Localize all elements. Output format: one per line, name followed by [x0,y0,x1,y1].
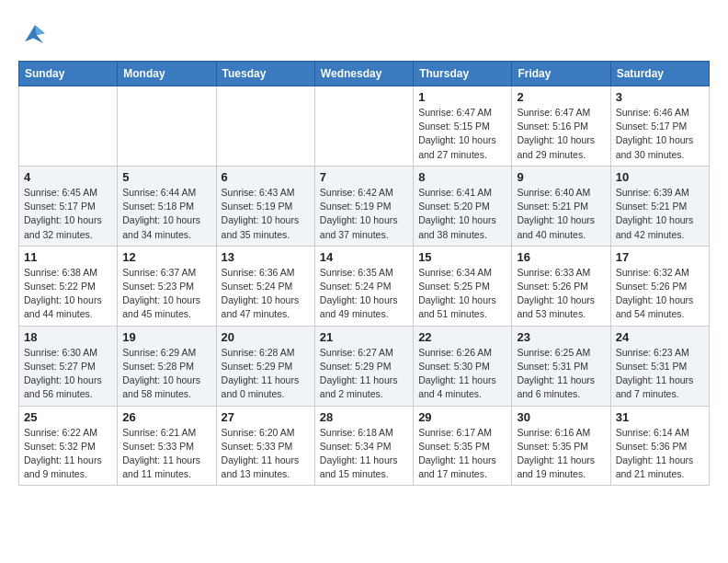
calendar-cell: 31Sunrise: 6:14 AM Sunset: 5:36 PM Dayli… [610,406,709,486]
day-header-sunday: Sunday [19,62,118,86]
calendar-cell: 30Sunrise: 6:16 AM Sunset: 5:35 PM Dayli… [512,406,610,486]
calendar-cell: 11Sunrise: 6:38 AM Sunset: 5:22 PM Dayli… [19,246,118,326]
calendar-cell: 5Sunrise: 6:44 AM Sunset: 5:18 PM Daylig… [118,166,216,246]
calendar-cell [19,86,118,167]
day-info: Sunrise: 6:42 AM Sunset: 5:19 PM Dayligh… [320,186,408,242]
day-info: Sunrise: 6:28 AM Sunset: 5:29 PM Dayligh… [222,346,310,402]
svg-marker-1 [35,25,45,35]
day-info: Sunrise: 6:43 AM Sunset: 5:19 PM Dayligh… [222,186,310,242]
day-info: Sunrise: 6:35 AM Sunset: 5:24 PM Dayligh… [320,266,408,322]
calendar-cell: 17Sunrise: 6:32 AM Sunset: 5:26 PM Dayli… [610,246,709,326]
logo-icon [18,18,51,52]
day-info: Sunrise: 6:14 AM Sunset: 5:36 PM Dayligh… [616,426,704,482]
calendar-cell: 2Sunrise: 6:47 AM Sunset: 5:16 PM Daylig… [512,86,610,167]
page-header [18,18,710,52]
calendar-cell: 27Sunrise: 6:20 AM Sunset: 5:33 PM Dayli… [216,406,314,486]
calendar-cell: 14Sunrise: 6:35 AM Sunset: 5:24 PM Dayli… [314,246,413,326]
day-header-tuesday: Tuesday [216,62,314,86]
calendar-cell: 20Sunrise: 6:28 AM Sunset: 5:29 PM Dayli… [216,326,314,406]
week-row-2: 4Sunrise: 6:45 AM Sunset: 5:17 PM Daylig… [19,166,710,246]
calendar-cell: 7Sunrise: 6:42 AM Sunset: 5:19 PM Daylig… [314,166,413,246]
calendar-cell: 15Sunrise: 6:34 AM Sunset: 5:25 PM Dayli… [414,246,512,326]
day-number: 18 [24,330,112,344]
day-info: Sunrise: 6:30 AM Sunset: 5:27 PM Dayligh… [24,346,112,402]
calendar-cell: 4Sunrise: 6:45 AM Sunset: 5:17 PM Daylig… [19,166,118,246]
calendar-cell: 18Sunrise: 6:30 AM Sunset: 5:27 PM Dayli… [19,326,118,406]
day-number: 25 [24,410,112,424]
day-info: Sunrise: 6:40 AM Sunset: 5:21 PM Dayligh… [517,186,605,242]
day-number: 21 [320,330,408,344]
day-header-monday: Monday [118,62,216,86]
day-info: Sunrise: 6:18 AM Sunset: 5:34 PM Dayligh… [320,426,408,482]
calendar-cell: 24Sunrise: 6:23 AM Sunset: 5:31 PM Dayli… [610,326,709,406]
calendar-cell: 26Sunrise: 6:21 AM Sunset: 5:33 PM Dayli… [118,406,216,486]
day-info: Sunrise: 6:23 AM Sunset: 5:31 PM Dayligh… [616,346,704,402]
day-number: 19 [122,330,210,344]
day-info: Sunrise: 6:34 AM Sunset: 5:25 PM Dayligh… [418,266,506,322]
day-number: 31 [616,410,704,424]
day-info: Sunrise: 6:44 AM Sunset: 5:18 PM Dayligh… [122,186,210,242]
day-number: 11 [24,250,112,264]
day-info: Sunrise: 6:25 AM Sunset: 5:31 PM Dayligh… [517,346,605,402]
day-number: 6 [222,170,310,184]
calendar-cell: 22Sunrise: 6:26 AM Sunset: 5:30 PM Dayli… [414,326,512,406]
calendar-header-row: SundayMondayTuesdayWednesdayThursdayFrid… [19,62,710,86]
day-info: Sunrise: 6:36 AM Sunset: 5:24 PM Dayligh… [222,266,310,322]
calendar-table: SundayMondayTuesdayWednesdayThursdayFrid… [18,61,710,486]
day-info: Sunrise: 6:29 AM Sunset: 5:28 PM Dayligh… [122,346,210,402]
day-info: Sunrise: 6:27 AM Sunset: 5:29 PM Dayligh… [320,346,408,402]
day-info: Sunrise: 6:32 AM Sunset: 5:26 PM Dayligh… [616,266,704,322]
day-number: 10 [616,170,704,184]
calendar-cell: 13Sunrise: 6:36 AM Sunset: 5:24 PM Dayli… [216,246,314,326]
calendar-cell: 23Sunrise: 6:25 AM Sunset: 5:31 PM Dayli… [512,326,610,406]
day-header-saturday: Saturday [610,62,709,86]
day-number: 9 [517,170,605,184]
day-info: Sunrise: 6:39 AM Sunset: 5:21 PM Dayligh… [616,186,704,242]
day-info: Sunrise: 6:37 AM Sunset: 5:23 PM Dayligh… [122,266,210,322]
day-number: 29 [418,410,506,424]
day-number: 30 [517,410,605,424]
day-number: 2 [517,90,605,104]
day-number: 23 [517,330,605,344]
calendar-cell [216,86,314,167]
day-info: Sunrise: 6:47 AM Sunset: 5:16 PM Dayligh… [517,106,605,162]
calendar-cell: 21Sunrise: 6:27 AM Sunset: 5:29 PM Dayli… [314,326,413,406]
calendar-cell: 3Sunrise: 6:46 AM Sunset: 5:17 PM Daylig… [610,86,709,167]
week-row-1: 1Sunrise: 6:47 AM Sunset: 5:15 PM Daylig… [19,86,710,167]
calendar-cell: 6Sunrise: 6:43 AM Sunset: 5:19 PM Daylig… [216,166,314,246]
day-info: Sunrise: 6:22 AM Sunset: 5:32 PM Dayligh… [24,426,112,482]
calendar-cell: 19Sunrise: 6:29 AM Sunset: 5:28 PM Dayli… [118,326,216,406]
calendar-cell: 29Sunrise: 6:17 AM Sunset: 5:35 PM Dayli… [414,406,512,486]
day-info: Sunrise: 6:46 AM Sunset: 5:17 PM Dayligh… [616,106,704,162]
day-number: 26 [122,410,210,424]
day-info: Sunrise: 6:26 AM Sunset: 5:30 PM Dayligh… [418,346,506,402]
calendar-cell: 16Sunrise: 6:33 AM Sunset: 5:26 PM Dayli… [512,246,610,326]
day-number: 8 [418,170,506,184]
day-number: 4 [24,170,112,184]
calendar-cell: 10Sunrise: 6:39 AM Sunset: 5:21 PM Dayli… [610,166,709,246]
calendar-cell: 8Sunrise: 6:41 AM Sunset: 5:20 PM Daylig… [414,166,512,246]
day-number: 13 [222,250,310,264]
day-number: 14 [320,250,408,264]
day-info: Sunrise: 6:20 AM Sunset: 5:33 PM Dayligh… [222,426,310,482]
day-number: 1 [418,90,506,104]
calendar-cell [314,86,413,167]
day-info: Sunrise: 6:17 AM Sunset: 5:35 PM Dayligh… [418,426,506,482]
day-header-thursday: Thursday [414,62,512,86]
svg-marker-0 [25,25,45,43]
day-header-friday: Friday [512,62,610,86]
day-info: Sunrise: 6:38 AM Sunset: 5:22 PM Dayligh… [24,266,112,322]
week-row-3: 11Sunrise: 6:38 AM Sunset: 5:22 PM Dayli… [19,246,710,326]
day-number: 17 [616,250,704,264]
day-number: 7 [320,170,408,184]
day-number: 20 [222,330,310,344]
calendar-cell: 12Sunrise: 6:37 AM Sunset: 5:23 PM Dayli… [118,246,216,326]
week-row-5: 25Sunrise: 6:22 AM Sunset: 5:32 PM Dayli… [19,406,710,486]
day-number: 12 [122,250,210,264]
calendar-cell: 9Sunrise: 6:40 AM Sunset: 5:21 PM Daylig… [512,166,610,246]
day-number: 27 [222,410,310,424]
day-info: Sunrise: 6:33 AM Sunset: 5:26 PM Dayligh… [517,266,605,322]
calendar-cell [118,86,216,167]
calendar-cell: 28Sunrise: 6:18 AM Sunset: 5:34 PM Dayli… [314,406,413,486]
calendar-cell: 25Sunrise: 6:22 AM Sunset: 5:32 PM Dayli… [19,406,118,486]
